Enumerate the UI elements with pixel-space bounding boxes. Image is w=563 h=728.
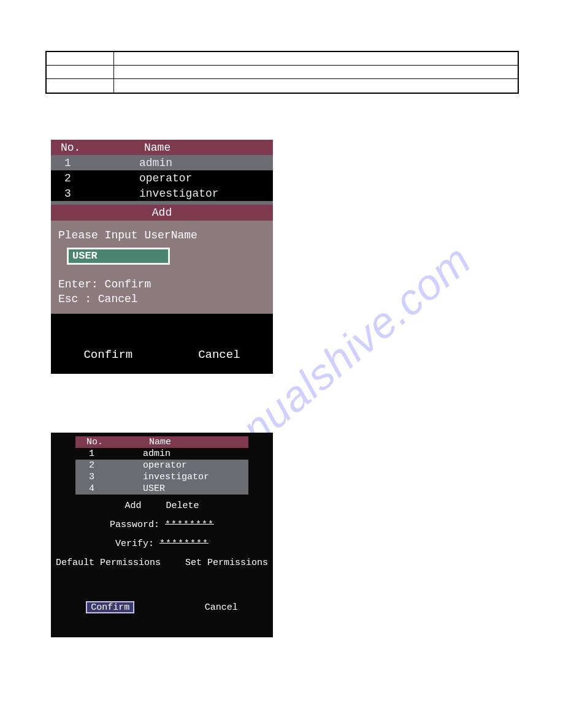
col-name: Name bbox=[91, 142, 273, 154]
col-no: No. bbox=[51, 142, 91, 154]
confirm-button[interactable]: Confirm bbox=[83, 348, 132, 362]
default-permissions-button[interactable]: Default Permissions bbox=[56, 558, 161, 568]
cell-name: operator bbox=[91, 172, 273, 184]
user-management-panel: No. Name 1 admin 2 operator 3 investigat… bbox=[51, 433, 273, 637]
user-row[interactable]: 3 investigator bbox=[75, 471, 248, 483]
col-name: Name bbox=[107, 437, 248, 447]
user-row[interactable]: 2 operator bbox=[75, 460, 248, 471]
cell-name: admin bbox=[91, 157, 273, 169]
add-button[interactable]: Add bbox=[124, 501, 141, 511]
user-row[interactable]: 1 admin bbox=[75, 448, 248, 460]
user-row[interactable]: 1 admin bbox=[51, 155, 273, 170]
cell-no: 2 bbox=[51, 172, 91, 184]
user-row[interactable]: 2 operator bbox=[51, 170, 273, 186]
username-input[interactable]: USER bbox=[67, 248, 170, 265]
set-permissions-button[interactable]: Set Permissions bbox=[185, 558, 268, 568]
cancel-button[interactable]: Cancel bbox=[198, 348, 240, 362]
cell-name: admin bbox=[107, 449, 248, 459]
add-user-dialog: No. Name 1 admin 2 operator 3 investigat… bbox=[51, 140, 273, 374]
top-table bbox=[45, 51, 519, 94]
cell-name: investigator bbox=[91, 188, 273, 200]
hint-esc: Esc : Cancel bbox=[58, 293, 266, 305]
cell-no: 2 bbox=[75, 460, 107, 471]
user-row[interactable]: 4 USER bbox=[75, 483, 248, 495]
cancel-button[interactable]: Cancel bbox=[205, 602, 238, 613]
password-field[interactable]: ******** bbox=[165, 520, 214, 530]
cell-no: 4 bbox=[75, 483, 107, 494]
password-label: Password: bbox=[110, 520, 159, 530]
user-table-header: No. Name bbox=[51, 140, 273, 155]
hint-enter: Enter: Confirm bbox=[58, 278, 266, 290]
delete-button[interactable]: Delete bbox=[166, 501, 199, 511]
cell-no: 1 bbox=[75, 449, 107, 459]
dialog-body: Please Input UserName USER Enter: Confir… bbox=[51, 221, 273, 314]
user-row[interactable]: 3 investigator bbox=[51, 186, 273, 201]
col-no: No. bbox=[75, 437, 107, 447]
user-table-header: No. Name bbox=[75, 436, 248, 448]
cell-no: 3 bbox=[75, 472, 107, 482]
cell-no: 1 bbox=[51, 157, 91, 169]
confirm-button[interactable]: Confirm bbox=[86, 601, 134, 613]
verify-field[interactable]: ******** bbox=[159, 539, 209, 549]
cell-name: operator bbox=[107, 460, 248, 471]
cell-no: 3 bbox=[51, 188, 91, 200]
dialog-title: Add bbox=[51, 205, 273, 221]
verify-label: Verify: bbox=[115, 539, 154, 549]
prompt-label: Please Input UserName bbox=[58, 229, 266, 241]
cell-name: investigator bbox=[107, 472, 248, 482]
cell-name: USER bbox=[107, 483, 248, 494]
